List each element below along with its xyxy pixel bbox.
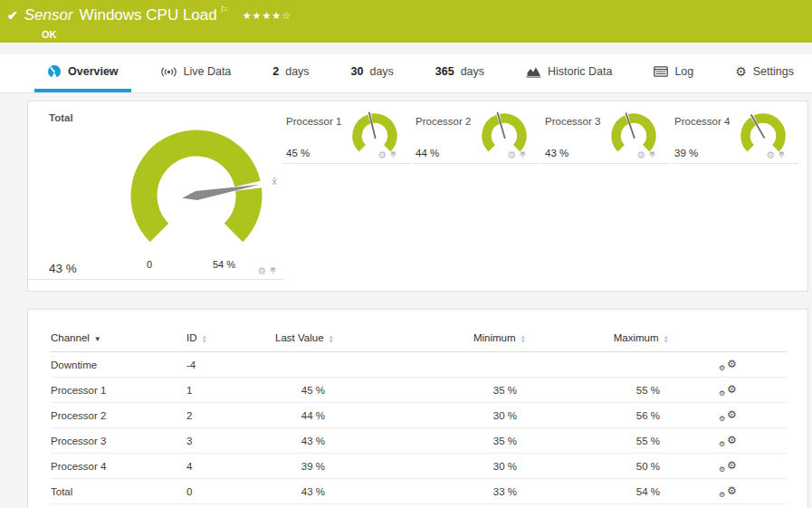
cell-last-value: 43 %	[266, 479, 334, 504]
sort-icon[interactable]: ▲▼	[664, 334, 669, 343]
live-data-icon	[160, 66, 177, 78]
cell-channel: Downtime	[51, 352, 186, 378]
gauge-settings-icon[interactable]: ⚙	[257, 266, 266, 276]
mini-gauges-row: Processor 1 45 % ⚙ Processor 2 44 % ⚙ Pr…	[283, 107, 801, 164]
col-header-maximum[interactable]: Maximum▲▼	[526, 328, 669, 352]
gauge-value: 43 %	[49, 262, 77, 275]
tab-label: days	[285, 65, 309, 78]
gauge-cell-total: Total x̄ 0 54 % 43 % ⚙	[28, 101, 283, 280]
cell-channel: Processor 4	[51, 454, 186, 479]
table-row-processor-3: Processor 3 3 43 % 35 % 55 % ⚙⚙	[51, 428, 787, 454]
cell-channel: Total	[51, 479, 186, 504]
cell-id: 3	[186, 428, 266, 454]
cell-last-value: 44 %	[266, 403, 334, 428]
gauge-cell-processor-2: Processor 2 44 % ⚙	[413, 107, 540, 164]
channel-settings-icon[interactable]: ⚙⚙	[714, 460, 737, 472]
total-gauge: x̄	[115, 112, 287, 273]
channels-table-panel: Channel▼ ID▲▼ Last Value▲▼ Minimum▲▼ Max…	[27, 309, 808, 508]
star-empty[interactable]: ☆	[282, 10, 291, 21]
col-header-id[interactable]: ID▲▼	[186, 328, 266, 352]
tab-30-days[interactable]: 30 days	[339, 54, 406, 92]
table-row-processor-4: Processor 4 4 39 % 30 % 50 % ⚙⚙	[51, 454, 787, 479]
tab-365-days[interactable]: 365 days	[423, 54, 497, 92]
col-label: ID	[186, 332, 197, 343]
stars-filled[interactable]: ★★★★	[243, 10, 282, 21]
cell-minimum: 33 %	[334, 479, 526, 504]
gauge-value: 39 %	[674, 148, 698, 158]
tab-label: days	[369, 65, 393, 78]
sort-icon[interactable]: ▲▼	[329, 334, 334, 343]
gauge-value: 44 %	[416, 148, 439, 158]
gauge-cell-processor-1: Processor 1 45 % ⚙	[283, 107, 410, 164]
channel-settings-icon[interactable]: ⚙⚙	[714, 359, 737, 370]
cell-channel: Processor 3	[51, 428, 186, 454]
cell-id: 0	[186, 479, 266, 504]
sort-icon[interactable]: ▲▼	[202, 334, 207, 343]
area-chart-icon	[526, 65, 541, 78]
pin-icon[interactable]	[269, 267, 277, 276]
tab-label: Live Data	[184, 65, 232, 78]
gauge-cell-processor-3: Processor 3 43 % ⚙	[542, 107, 669, 164]
tab-historic-data[interactable]: Historic Data	[513, 54, 626, 92]
sensor-title: Windows CPU Load	[80, 6, 217, 24]
table-row-total: Total 0 43 % 33 % 54 % ⚙⚙	[51, 479, 787, 504]
channel-settings-icon[interactable]: ⚙⚙	[714, 435, 737, 446]
cell-id: 2	[186, 403, 266, 428]
gauge-icon	[47, 64, 62, 79]
gauge-settings-icon[interactable]: ⚙	[636, 150, 645, 160]
channel-settings-icon[interactable]: ⚙⚙	[714, 485, 737, 497]
pin-icon[interactable]	[648, 151, 656, 160]
cell-last-value: 45 %	[266, 378, 334, 403]
gauge-title: Processor 1	[286, 116, 341, 127]
status-ok-check-icon: ✔	[7, 8, 18, 23]
cell-minimum	[334, 352, 526, 378]
col-label: Maximum	[614, 332, 659, 343]
cell-channel: Processor 2	[51, 403, 186, 428]
col-label: Channel	[51, 332, 90, 343]
priority-stars[interactable]: ★★★★☆	[243, 10, 291, 22]
cell-maximum: 56 %	[526, 403, 669, 428]
tab-number: 2	[272, 65, 279, 78]
tab-settings[interactable]: ⚙ Settings	[722, 54, 807, 92]
gauge-settings-icon[interactable]: ⚙	[507, 150, 516, 160]
gauge-title: Processor 4	[674, 116, 730, 127]
tab-label: Historic Data	[548, 65, 613, 78]
tab-label: days	[461, 65, 484, 78]
cell-last-value	[266, 352, 334, 378]
table-row-processor-2: Processor 2 2 44 % 30 % 56 % ⚙⚙	[51, 403, 787, 428]
channel-settings-icon[interactable]: ⚙⚙	[714, 409, 737, 421]
gauges-panel: Total x̄ 0 54 % 43 % ⚙ Processor 1 45 % …	[27, 101, 808, 292]
cell-channel: Processor 1	[51, 378, 186, 403]
cell-minimum: 35 %	[334, 378, 526, 403]
log-list-icon	[654, 66, 668, 77]
tab-2-days[interactable]: 2 days	[260, 54, 321, 92]
pin-icon[interactable]	[389, 151, 397, 160]
gauge-settings-icon[interactable]: ⚙	[377, 150, 387, 160]
sort-icon[interactable]: ▲▼	[521, 334, 526, 343]
table-row-processor-1: Processor 1 1 45 % 35 % 55 % ⚙⚙	[51, 378, 787, 403]
status-badge: OK	[42, 29, 812, 40]
tab-label: Overview	[68, 65, 119, 78]
cell-id: 4	[186, 454, 266, 479]
pin-icon[interactable]	[778, 151, 786, 160]
tab-live-data[interactable]: Live Data	[148, 54, 244, 92]
priority-flag-icon[interactable]: ⚐	[220, 5, 228, 14]
cell-maximum: 55 %	[526, 378, 669, 403]
cell-id: 1	[186, 378, 266, 403]
tab-log[interactable]: Log	[641, 54, 706, 92]
gear-icon: ⚙	[735, 65, 747, 78]
col-header-last-value[interactable]: Last Value▲▼	[266, 328, 334, 352]
cell-maximum	[526, 352, 669, 378]
gauge-title: Total	[49, 112, 73, 123]
col-header-minimum[interactable]: Minimum▲▼	[334, 328, 526, 352]
gauge-scale-max: 54 %	[213, 259, 235, 270]
pin-icon[interactable]	[519, 151, 527, 160]
sort-desc-icon[interactable]: ▼	[94, 335, 101, 343]
cell-minimum: 30 %	[334, 454, 526, 479]
col-header-channel[interactable]: Channel▼	[51, 328, 186, 352]
tab-overview[interactable]: Overview	[34, 54, 131, 92]
tab-bar: Overview Live Data 2 days 30 days 365 da…	[0, 54, 812, 93]
cell-last-value: 39 %	[266, 454, 334, 479]
channel-settings-icon[interactable]: ⚙⚙	[714, 384, 737, 396]
gauge-settings-icon[interactable]: ⚙	[766, 150, 775, 160]
